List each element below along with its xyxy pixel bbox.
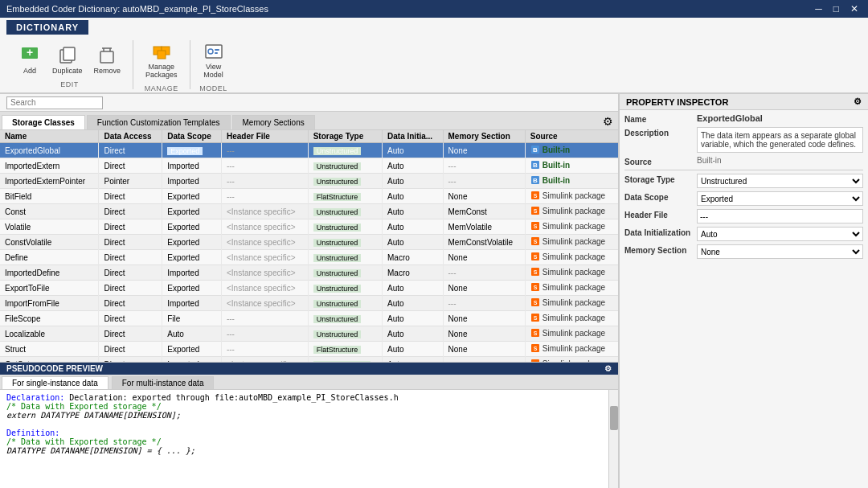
property-value-memory-section[interactable]: None MemConst MemVolatile (697, 244, 863, 259)
cell-data-scope: Imported (162, 296, 222, 311)
code2-text: DATATYPE DATANAME[DIMENSION] = { ... }; (6, 446, 195, 455)
add-icon: + (18, 44, 41, 67)
tab-memory-sections[interactable]: Memory Sections (232, 115, 315, 129)
storage-type-select[interactable]: Unstructured FlatStructure AccessFunctio… (697, 174, 863, 188)
pseudocode-scrollbar-thumb (610, 406, 618, 430)
data-scope-select[interactable]: Exported Imported Auto File (697, 191, 863, 206)
table-row[interactable]: FileScopeDirectFile---UnstructuredAutoNo… (0, 311, 618, 326)
property-row-description: Description The data item appears as a s… (624, 127, 863, 153)
property-value-header-file[interactable] (697, 209, 863, 223)
duplicate-label: Duplicate (52, 67, 83, 75)
table-row[interactable]: ConstDirectExported<Instance specific>Un… (0, 204, 618, 219)
property-label-memory-section: Memory Section (624, 244, 697, 255)
manage-group-label: MANAGE (145, 84, 178, 92)
pseudocode-scrollbar[interactable] (608, 390, 618, 488)
table-row[interactable]: StructDirectExported---FlatStructureAuto… (0, 342, 618, 357)
cell-data-init: Auto (383, 158, 444, 174)
table-row[interactable]: ExportedGlobalDirectExported---Unstructu… (0, 143, 618, 158)
svg-text:B: B (533, 177, 538, 184)
cell-header-file: <Instance specific> (221, 219, 308, 235)
tab-function-customization[interactable]: Function Customization Templates (87, 115, 231, 129)
property-inspector-settings-icon[interactable]: ⚙ (854, 96, 862, 107)
table-row[interactable]: LocalizableDirectAuto---UnstructuredAuto… (0, 326, 618, 342)
close-button[interactable]: ✕ (847, 3, 862, 14)
cell-source: SSimulink package (525, 204, 618, 219)
property-label-storage-type: Storage Type (624, 174, 697, 184)
cell-memory-section: MemVolatile (443, 219, 525, 235)
cell-header-file: <Instance specific> (221, 281, 308, 296)
cell-data-scope: File (162, 311, 222, 326)
cell-name: Localizable (0, 326, 99, 342)
header-file-input[interactable] (697, 209, 863, 223)
cell-name: ImportedDefine (0, 265, 99, 281)
table-row[interactable]: BitFieldDirectExported---FlatStructureAu… (0, 189, 618, 204)
toolbar-model-group: ViewModel MODEL (190, 40, 237, 89)
property-row-source: Source Built-in (624, 156, 863, 166)
remove-button[interactable]: Remove (90, 42, 125, 77)
cell-header-file: --- (221, 158, 308, 174)
cell-header-file: --- (221, 342, 308, 357)
pseudocode-tab-single[interactable]: For single-instance data (2, 376, 108, 389)
property-value-data-scope[interactable]: Exported Imported Auto File (697, 191, 863, 206)
cell-data-init: Auto (383, 342, 444, 357)
pseudocode-title: PSEUDOCODE PREVIEW (6, 364, 103, 373)
cell-name: ImportFromFile (0, 296, 99, 311)
pseudocode-settings-icon[interactable]: ⚙ (604, 364, 612, 373)
property-value-source: Built-in (697, 156, 863, 165)
tabs-row: Storage Classes Function Customization T… (0, 112, 618, 130)
table-row[interactable]: VolatileDirectExported<Instance specific… (0, 219, 618, 235)
svg-text:S: S (533, 346, 537, 351)
table-row[interactable]: ImportedExternPointerPointerImported---U… (0, 174, 618, 189)
cell-header-file: <Instance specific> (221, 250, 308, 265)
property-inspector-header: PROPERTY INSPECTOR ⚙ (620, 94, 868, 110)
cell-data-access: Direct (99, 235, 162, 250)
table-row[interactable]: ImportFromFileDirectImported<Instance sp… (0, 296, 618, 311)
cell-data-access: Direct (99, 204, 162, 219)
search-input[interactable] (6, 96, 103, 109)
cell-storage-type: FlatStructure (308, 342, 382, 357)
cell-data-scope: Auto (162, 326, 222, 342)
pseudocode-tab-multi[interactable]: For multi-instance data (112, 376, 215, 389)
cell-source: SSimulink package (525, 265, 618, 281)
minimize-button[interactable]: ─ (812, 3, 825, 14)
cell-memory-section: None (443, 342, 525, 357)
cell-data-access: Direct (99, 265, 162, 281)
property-value-data-init[interactable]: Auto Macro (697, 227, 863, 241)
memory-section-select[interactable]: None MemConst MemVolatile (697, 244, 863, 259)
dictionary-tab[interactable]: DICTIONARY (6, 20, 88, 35)
table-row[interactable]: ImportedExternDirectImported---Unstructu… (0, 158, 618, 174)
data-init-select[interactable]: Auto Macro (697, 227, 863, 241)
table-row[interactable]: DefineDirectExported<Instance specific>U… (0, 250, 618, 265)
cell-data-access: Pointer (99, 174, 162, 189)
manage-packages-button[interactable]: ManagePackages (141, 38, 182, 81)
cell-name: FileScope (0, 311, 99, 326)
manage-buttons: ManagePackages (141, 38, 182, 81)
add-button[interactable]: + Add (14, 42, 45, 77)
table-wrapper[interactable]: Name Data Access Data Scope Header File … (0, 130, 618, 362)
svg-rect-4 (100, 51, 113, 63)
cell-memory-section: None (443, 281, 525, 296)
table-row[interactable]: ImportedDefineDirectImported<Instance sp… (0, 265, 618, 281)
cell-header-file: <Instance specific> (221, 296, 308, 311)
svg-text:S: S (533, 285, 537, 290)
cell-header-file: <Instance specific> (221, 204, 308, 219)
maximize-button[interactable]: □ (830, 3, 842, 14)
col-name: Name (0, 130, 99, 143)
view-model-button[interactable]: ViewModel (199, 38, 229, 81)
cell-data-access: Direct (99, 281, 162, 296)
svg-text:B: B (533, 146, 538, 154)
cell-data-access: Direct (99, 158, 162, 174)
property-label-data-scope: Data Scope (624, 191, 697, 202)
property-value-storage-type[interactable]: Unstructured FlatStructure AccessFunctio… (697, 174, 863, 188)
svg-rect-3 (63, 47, 75, 60)
definition-keyword: Definition: (6, 429, 59, 437)
cell-storage-type: Unstructured (308, 235, 382, 250)
code1-text: extern DATATYPE DATANAME[DIMENSION]; (6, 411, 181, 420)
cell-source: BBuilt-in (525, 158, 618, 174)
tab-storage-classes[interactable]: Storage Classes (2, 115, 85, 129)
tabs-settings-icon[interactable]: ⚙ (600, 113, 616, 129)
duplicate-button[interactable]: Duplicate (48, 42, 87, 77)
table-row[interactable]: ExportToFileDirectExported<Instance spec… (0, 281, 618, 296)
table-row[interactable]: ConstVolatileDirectExported<Instance spe… (0, 235, 618, 250)
cell-storage-type: Unstructured (308, 296, 382, 311)
